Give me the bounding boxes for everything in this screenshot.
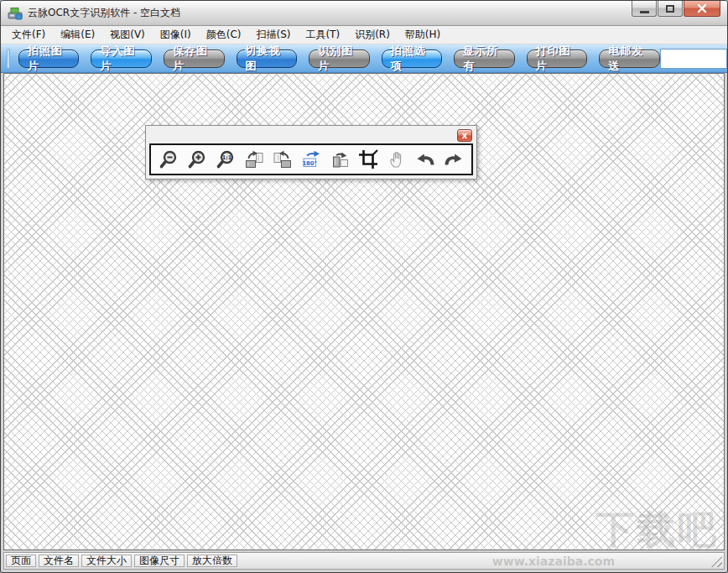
save-image-button[interactable]: 保存图片	[164, 49, 225, 68]
zoom-actual-size-button[interactable]: 1:1	[213, 146, 239, 173]
main-toolbar: 拍照图片导入图片保存图片切换视图识别图片拍照选项显示所有打印图片电邮发送	[1, 44, 727, 73]
resize-grip[interactable]	[711, 556, 722, 567]
hand-pan-icon	[387, 149, 407, 169]
maximize-icon	[666, 5, 674, 13]
window-title: 云脉OCR文字识别软件 - 空白文档	[28, 6, 180, 20]
title-bar[interactable]: 云脉OCR文字识别软件 - 空白文档	[1, 1, 727, 26]
redo-icon	[444, 149, 464, 169]
undo-button[interactable]	[413, 146, 439, 173]
minimize-icon	[640, 11, 649, 13]
menu-item-tools[interactable]: 工具(T)	[298, 25, 347, 44]
app-window: 云脉OCR文字识别软件 - 空白文档 文件(F)编辑(E)视图(V)图像(I)颜…	[0, 0, 728, 573]
zoom-actual-size-icon: 1:1	[216, 149, 236, 169]
show-all-button[interactable]: 显示所有	[454, 49, 515, 68]
status-panel-page: 页面	[6, 555, 36, 567]
maximize-button[interactable]	[658, 1, 683, 17]
close-x-icon	[697, 3, 707, 13]
import-image-button[interactable]: 导入图片	[91, 49, 152, 68]
toolbar-input[interactable]	[660, 49, 727, 69]
menu-item-scan[interactable]: 扫描(S)	[248, 25, 298, 44]
capture-image-button[interactable]: 拍照图片	[18, 49, 80, 68]
crop-button[interactable]	[356, 146, 382, 173]
zoom-out-icon	[159, 149, 179, 169]
crop-icon	[358, 149, 378, 169]
rotate-right-90-icon	[244, 149, 264, 169]
zoom-in-button[interactable]	[185, 146, 211, 173]
rotate-right-90-button[interactable]	[242, 146, 268, 173]
rotate-image-button[interactable]	[327, 146, 353, 173]
watermark-text: 下载吧	[595, 504, 719, 550]
undo-icon	[415, 149, 435, 169]
image-tools-window[interactable]: x	[145, 125, 477, 180]
toolbar-buttons: 拍照图片导入图片保存图片切换视图识别图片拍照选项显示所有打印图片电邮发送	[18, 49, 660, 68]
recognize-image-button[interactable]: 识别图片	[309, 49, 370, 68]
status-panel-file-size: 文件大小	[81, 555, 132, 567]
zoom-in-icon	[187, 149, 207, 169]
menu-item-edit[interactable]: 编辑(E)	[53, 25, 102, 44]
hand-pan-button[interactable]	[384, 146, 410, 173]
app-icon	[8, 7, 23, 20]
menu-bar: 文件(F)编辑(E)视图(V)图像(I)颜色(C)扫描(S)工具(T)识别(R)…	[1, 26, 727, 44]
status-panel-image-size: 图像尺寸	[134, 555, 185, 567]
svg-text:1:1: 1:1	[222, 154, 232, 161]
redo-button[interactable]	[441, 146, 467, 173]
capture-options-button[interactable]: 拍照选项	[382, 49, 443, 68]
rotate-left-90-button[interactable]	[270, 146, 296, 173]
close-button[interactable]	[684, 1, 720, 17]
email-send-button[interactable]: 电邮发送	[599, 49, 660, 68]
rotate-180-icon: 180°	[301, 149, 321, 169]
print-image-button[interactable]: 打印图片	[527, 49, 588, 68]
switch-view-button[interactable]: 切换视图	[237, 49, 298, 68]
zoom-out-button[interactable]	[156, 146, 182, 173]
svg-text:180°: 180°	[302, 160, 317, 167]
status-panels: 页面文件名文件大小图像尺寸放大倍数	[6, 555, 240, 567]
image-tools-iconrow: 1:1	[149, 143, 473, 175]
rotate-left-90-icon	[273, 149, 293, 169]
toolbar-grip[interactable]	[7, 49, 10, 69]
minimize-button[interactable]	[632, 1, 657, 17]
status-spacer: www.xiazaiba.com	[240, 555, 722, 567]
workspace: x	[3, 73, 725, 550]
menu-item-file[interactable]: 文件(F)	[4, 25, 53, 44]
menu-item-recognize[interactable]: 识别(R)	[347, 25, 398, 44]
menu-item-help[interactable]: 帮助(H)	[398, 25, 448, 44]
image-tools-close-button[interactable]: x	[457, 129, 472, 142]
menu-item-color[interactable]: 颜色(C)	[199, 25, 249, 44]
status-panel-zoom-factor: 放大倍数	[187, 555, 237, 567]
status-bar: 页面文件名文件大小图像尺寸放大倍数 www.xiazaiba.com	[3, 552, 725, 570]
menu-item-image[interactable]: 图像(I)	[153, 25, 199, 44]
window-controls	[631, 1, 720, 17]
watermark-url: www.xiazaiba.com	[492, 555, 615, 568]
rotate-image-icon	[330, 149, 350, 169]
menu-item-view[interactable]: 视图(V)	[102, 25, 153, 44]
status-panel-file-name: 文件名	[39, 555, 79, 567]
rotate-180-button[interactable]: 180°	[299, 146, 325, 173]
